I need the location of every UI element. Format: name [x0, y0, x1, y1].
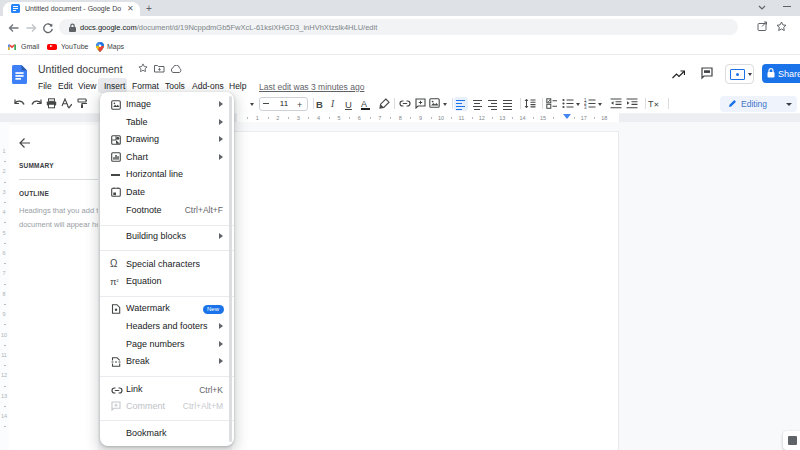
svg-text:3: 3 — [584, 105, 587, 110]
